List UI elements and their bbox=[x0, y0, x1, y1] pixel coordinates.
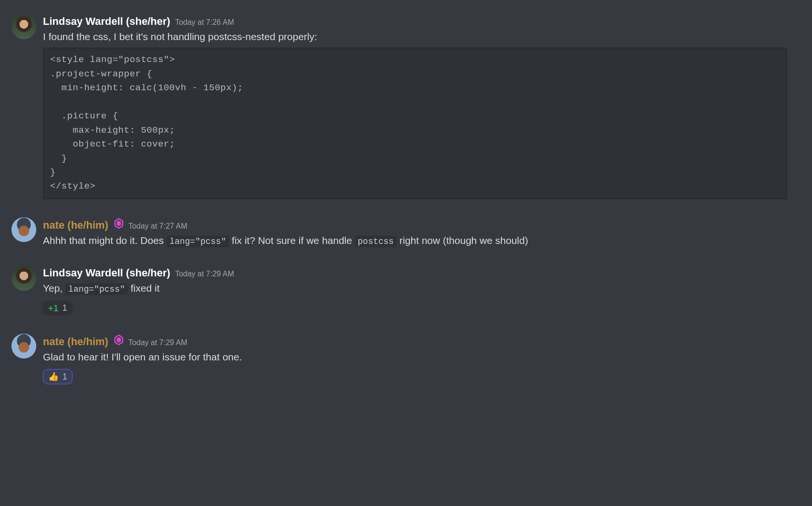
timestamp: Today at 7:26 AM bbox=[175, 18, 234, 27]
timestamp: Today at 7:27 AM bbox=[128, 222, 187, 231]
text-fragment: right now (though we should) bbox=[396, 235, 528, 246]
inline-code: lang="pcss" bbox=[167, 236, 229, 247]
chat-message: Lindsay Wardell (she/her) Today at 7:29 … bbox=[0, 262, 812, 319]
message-header: Lindsay Wardell (she/her) Today at 7:29 … bbox=[43, 267, 802, 279]
avatar[interactable] bbox=[11, 14, 36, 39]
reaction-plus-one[interactable]: +1 1 bbox=[43, 301, 73, 316]
plus-one-icon: +1 bbox=[48, 303, 59, 313]
text-fragment: fix it? Not sure if we handle bbox=[229, 235, 355, 246]
username[interactable]: nate (he/him) bbox=[43, 336, 108, 348]
inline-code: postcss bbox=[355, 236, 397, 247]
username[interactable]: Lindsay Wardell (she/her) bbox=[43, 267, 170, 279]
reactions-bar: 👍 1 bbox=[43, 369, 802, 384]
chat-message: nate (he/him) Today at 7:29 AM Glad to h… bbox=[0, 330, 812, 388]
text-fragment: Yep, bbox=[43, 283, 65, 294]
username[interactable]: Lindsay Wardell (she/her) bbox=[43, 15, 170, 28]
avatar[interactable] bbox=[11, 266, 36, 291]
reactions-bar: +1 1 bbox=[43, 301, 802, 316]
reaction-count: 1 bbox=[62, 372, 67, 382]
timestamp: Today at 7:29 AM bbox=[175, 270, 234, 278]
thumbs-up-icon: 👍 bbox=[48, 371, 59, 382]
avatar[interactable] bbox=[11, 217, 36, 242]
text-fragment: Ahhh that might do it. Does bbox=[43, 235, 167, 246]
nitro-badge-icon bbox=[114, 218, 124, 229]
avatar[interactable] bbox=[11, 334, 36, 358]
message-header: Lindsay Wardell (she/her) Today at 7:26 … bbox=[43, 15, 802, 28]
timestamp: Today at 7:29 AM bbox=[128, 338, 187, 347]
text-fragment: fixed it bbox=[128, 283, 160, 294]
code-block[interactable]: <style lang="postcss"> .project-wrapper … bbox=[43, 48, 787, 199]
message-header: nate (he/him) Today at 7:27 AM bbox=[43, 218, 802, 232]
message-header: nate (he/him) Today at 7:29 AM bbox=[43, 335, 802, 348]
reaction-thumbs-up[interactable]: 👍 1 bbox=[43, 369, 73, 384]
chat-message: Lindsay Wardell (she/her) Today at 7:26 … bbox=[0, 11, 812, 203]
message-content: Glad to hear it! I'll open an issue for … bbox=[43, 350, 802, 364]
username[interactable]: nate (he/him) bbox=[43, 219, 108, 232]
message-content: Yep, lang="pcss" fixed it bbox=[43, 281, 802, 295]
nitro-badge-icon bbox=[114, 335, 124, 345]
chat-message: nate (he/him) Today at 7:27 AM Ahhh that… bbox=[0, 213, 812, 252]
message-content: I found the css, I bet it's not handling… bbox=[43, 30, 802, 44]
message-content: Ahhh that might do it. Does lang="pcss" … bbox=[43, 233, 802, 248]
inline-code: lang="pcss" bbox=[65, 284, 128, 295]
reaction-count: 1 bbox=[62, 303, 67, 313]
